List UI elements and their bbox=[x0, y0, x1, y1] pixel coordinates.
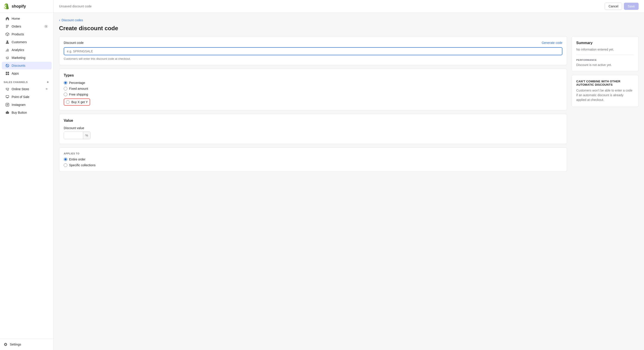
sidebar-item-analytics[interactable]: Analytics bbox=[2, 46, 52, 54]
radio-buy-x-get-y[interactable]: Buy X get Y bbox=[64, 99, 90, 106]
value-card: Value Discount value % bbox=[59, 114, 567, 144]
buy-button-icon bbox=[5, 111, 10, 115]
applies-to-radio-group: Entire order Specific collections bbox=[64, 158, 562, 167]
applies-to-label: APPLIES TO bbox=[64, 152, 562, 155]
customers-icon bbox=[5, 40, 10, 44]
svg-rect-7 bbox=[6, 112, 9, 114]
discount-code-card: Discount code Generate code Customers wi… bbox=[59, 36, 567, 65]
performance-text: Discount is not active yet. bbox=[576, 63, 634, 67]
generate-code-link[interactable]: Generate code bbox=[542, 41, 562, 45]
online-store-icon bbox=[5, 87, 10, 91]
content-grid: Discount code Generate code Customers wi… bbox=[59, 36, 639, 175]
orders-badge: 9 bbox=[44, 25, 48, 28]
left-column: Discount code Generate code Customers wi… bbox=[59, 36, 567, 175]
radio-specific-collections-input[interactable] bbox=[64, 163, 67, 167]
discount-value-input[interactable] bbox=[64, 132, 83, 139]
discount-code-label: Discount code bbox=[64, 41, 84, 45]
sidebar-header: shopify bbox=[0, 0, 54, 13]
discounts-icon bbox=[5, 64, 10, 68]
sidebar-item-instagram[interactable]: Instagram bbox=[2, 101, 52, 109]
value-title: Value bbox=[64, 119, 562, 123]
main-content: ‹ Discount codes Create discount code Di… bbox=[54, 13, 644, 350]
sidebar-item-home[interactable]: Home bbox=[2, 15, 52, 22]
warning-card: CAN'T COMBINE WITH OTHER AUTOMATIC DISCO… bbox=[572, 75, 639, 107]
radio-free-shipping[interactable]: Free shipping bbox=[64, 93, 562, 96]
svg-rect-0 bbox=[6, 72, 7, 73]
performance-section: PERFORMANCE Discount is not active yet. bbox=[576, 55, 634, 67]
radio-buy-x-get-y-input[interactable] bbox=[66, 100, 70, 104]
summary-title: Summary bbox=[576, 41, 634, 45]
sidebar-item-apps[interactable]: Apps bbox=[2, 70, 52, 77]
topbar-actions: Cancel Save bbox=[605, 3, 639, 10]
products-icon bbox=[5, 32, 10, 36]
radio-fixed-amount-input[interactable] bbox=[64, 87, 67, 90]
radio-free-shipping-input[interactable] bbox=[64, 93, 67, 96]
home-icon bbox=[5, 17, 10, 21]
page-title: Create discount code bbox=[59, 25, 639, 32]
discount-value-input-wrapper: % bbox=[64, 132, 90, 139]
types-radio-group: Percentage Fixed amount Free shipping bbox=[64, 81, 562, 106]
applies-to-card: APPLIES TO Entire order Specific collect… bbox=[59, 147, 567, 172]
instagram-icon bbox=[5, 103, 10, 107]
warning-text: Customers won't be able to enter a code … bbox=[576, 88, 634, 102]
orders-icon bbox=[5, 25, 10, 29]
performance-label: PERFORMANCE bbox=[576, 59, 634, 61]
cancel-button[interactable]: Cancel bbox=[605, 3, 622, 10]
sidebar-item-buy-button[interactable]: Buy Button bbox=[2, 109, 52, 116]
right-column: Summary No information entered yet. PERF… bbox=[572, 36, 639, 107]
svg-point-6 bbox=[8, 104, 8, 104]
discount-value-label: Discount value bbox=[64, 126, 562, 130]
discount-code-input[interactable] bbox=[64, 47, 562, 55]
shopify-logo: shopify bbox=[4, 3, 26, 10]
pos-icon bbox=[5, 95, 10, 99]
settings-icon bbox=[4, 342, 8, 346]
summary-card: Summary No information entered yet. PERF… bbox=[572, 36, 639, 71]
warning-title: CAN'T COMBINE WITH OTHER AUTOMATIC DISCO… bbox=[576, 80, 634, 86]
breadcrumb-chevron: ‹ bbox=[59, 18, 60, 22]
svg-rect-1 bbox=[8, 72, 9, 73]
sales-channels-label: SALES CHANNELS + bbox=[0, 77, 54, 85]
sidebar-item-orders[interactable]: Orders 9 bbox=[2, 23, 52, 30]
analytics-icon bbox=[5, 48, 10, 52]
radio-entire-order[interactable]: Entire order bbox=[64, 158, 562, 161]
sidebar-item-products[interactable]: Products bbox=[2, 31, 52, 38]
sidebar-item-marketing[interactable]: Marketing bbox=[2, 54, 52, 62]
svg-point-5 bbox=[7, 104, 8, 105]
svg-rect-3 bbox=[8, 74, 9, 75]
svg-rect-2 bbox=[6, 74, 7, 75]
types-title: Types bbox=[64, 73, 562, 77]
eye-icon: 👁 bbox=[46, 88, 48, 91]
sidebar-item-online-store[interactable]: Online Store 👁 bbox=[2, 85, 52, 93]
sidebar-item-point-of-sale[interactable]: Point of Sale bbox=[2, 93, 52, 101]
save-button[interactable]: Save bbox=[624, 3, 639, 10]
summary-empty-text: No information entered yet. bbox=[576, 48, 634, 51]
radio-specific-collections[interactable]: Specific collections bbox=[64, 163, 562, 167]
topbar-title: Unsaved discount code bbox=[59, 5, 92, 8]
radio-percentage-input[interactable] bbox=[64, 81, 67, 85]
sidebar-item-discounts[interactable]: Discounts bbox=[2, 62, 52, 69]
radio-fixed-amount[interactable]: Fixed amount bbox=[64, 87, 562, 90]
radio-entire-order-input[interactable] bbox=[64, 158, 67, 161]
types-card: Types Percentage Fixed amount bbox=[59, 69, 567, 110]
sidebar-footer: Settings bbox=[0, 338, 54, 350]
topbar: Unsaved discount code Cancel Save bbox=[54, 0, 644, 13]
discount-code-hint: Customers will enter this discount code … bbox=[64, 57, 562, 61]
sidebar: shopify Home Orders 9 Products bbox=[0, 0, 54, 350]
apps-icon bbox=[5, 71, 10, 75]
sidebar-item-settings[interactable]: Settings bbox=[0, 340, 54, 348]
svg-rect-4 bbox=[6, 103, 9, 106]
marketing-icon bbox=[5, 56, 10, 60]
sidebar-navigation: Home Orders 9 Products Customers Analyti bbox=[0, 13, 54, 338]
sidebar-item-customers[interactable]: Customers bbox=[2, 38, 52, 46]
radio-percentage[interactable]: Percentage bbox=[64, 81, 562, 85]
logo-text: shopify bbox=[12, 4, 26, 9]
breadcrumb[interactable]: ‹ Discount codes bbox=[59, 18, 639, 22]
discount-code-header: Discount code Generate code bbox=[64, 41, 562, 45]
add-sales-channel-button[interactable]: + bbox=[46, 80, 50, 84]
shopify-logo-icon bbox=[4, 3, 10, 10]
discount-value-suffix: % bbox=[83, 132, 90, 139]
